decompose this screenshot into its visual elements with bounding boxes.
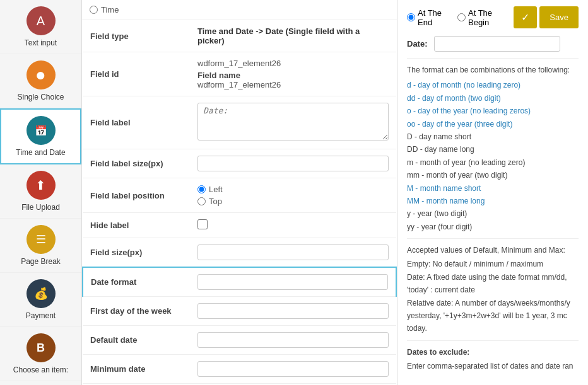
format-y: y - year (two digit): [407, 207, 579, 220]
field-type-label: Field type: [83, 20, 190, 52]
accepted-empty: Empty: No default / minimum / maximum: [407, 258, 579, 270]
text-input-icon: A: [26, 6, 56, 35]
time-radio-label[interactable]: Time: [90, 5, 389, 14]
date-format-input[interactable]: d/m/y: [197, 274, 388, 290]
accepted-example: yesterday, '+1y+3m+2w+3d' will be 1 year…: [407, 309, 579, 322]
position-radio-group: Left Top: [197, 185, 389, 206]
at-the-end-radio[interactable]: [407, 13, 415, 21]
top-buttons: At The End At The Begin ✓ Save: [407, 6, 579, 28]
field-name-label: Field name: [197, 71, 389, 80]
file-upload-icon: ⬆: [26, 171, 56, 200]
sidebar: A Text input ● Single Choice 📅 Time and …: [0, 0, 82, 385]
field-label-size-label: Field label size(px): [83, 149, 190, 178]
position-left-radio[interactable]: [197, 185, 206, 193]
hide-label-label: Hide label: [83, 213, 190, 238]
sidebar-item-label: File Upload: [21, 203, 60, 212]
format-d: d - day of month (no leading zero): [407, 79, 579, 91]
default-date-row: Default date: [83, 326, 396, 355]
sidebar-item-time-and-date[interactable]: 📅 Time and Date: [0, 108, 81, 164]
form-panel: Time Field type Time and Date -> Date (S…: [82, 0, 397, 385]
time-radio-text: Time: [101, 5, 119, 14]
field-id-value: wdform_17_element26: [197, 59, 389, 68]
accepted-relative: Relative date: A number of days/weeks/mo…: [407, 297, 579, 309]
hide-label-checkbox[interactable]: [197, 219, 208, 229]
format-yy: yy - year (four digit): [407, 221, 579, 233]
position-top-label[interactable]: Top: [197, 197, 389, 206]
sidebar-item-single-choice[interactable]: ● Single Choice: [0, 54, 81, 108]
at-the-begin-label: At The Begin: [468, 8, 511, 27]
sidebar-item-page-break[interactable]: ☰ Page Break: [0, 219, 81, 273]
sidebar-item-file-upload[interactable]: ⬆ File Upload: [0, 164, 81, 219]
format-o: o - day of the year (no leading zeros): [407, 105, 579, 117]
field-id-label: Field id: [83, 52, 190, 96]
date-format-label: Date format: [83, 267, 190, 297]
sidebar-item-choose[interactable]: B Choose an item:: [0, 327, 81, 381]
first-day-row: First day of the week Sunday: [83, 297, 396, 326]
info-section: The format can be combinations of the fo…: [407, 64, 579, 373]
form-top: Time: [82, 0, 397, 20]
right-panel: At The End At The Begin ✓ Save Date: The…: [397, 0, 588, 385]
format-D: D - day name short: [407, 130, 579, 143]
field-size-label: Field size(px): [83, 238, 190, 268]
divider2: [407, 238, 579, 239]
format-oo: oo - day of the year (three digit): [407, 118, 579, 130]
dates-exclude-desc: Enter comma-separated list of dates and …: [407, 360, 579, 372]
field-size-row: Field size(px) 300: [83, 238, 396, 268]
checkmark-button[interactable]: ✓: [514, 6, 537, 28]
sidebar-item-label: Time and Date: [16, 148, 65, 157]
date-format-row: Date format d/m/y: [83, 267, 396, 297]
field-type-row: Field type Time and Date -> Date (Single…: [83, 20, 396, 52]
first-day-label: First day of the week: [83, 297, 190, 326]
sidebar-item-payment[interactable]: 💰 Payment: [0, 273, 81, 327]
sidebar-item-label: Page Break: [21, 257, 61, 266]
choose-icon: B: [26, 333, 56, 362]
format-dd: dd - day of month (two digit): [407, 92, 579, 105]
date-field-input[interactable]: [434, 36, 560, 52]
field-type-value: Time and Date -> Date (Single fileld wit…: [190, 20, 396, 52]
form-fields-table: Field type Time and Date -> Date (Single…: [82, 20, 397, 385]
field-label-label: Field label: [83, 96, 190, 149]
time-radio[interactable]: [90, 6, 98, 14]
divider: [407, 58, 579, 59]
default-date-input[interactable]: [197, 332, 389, 348]
sidebar-item-label: Text input: [25, 38, 57, 47]
sidebar-item-text-input[interactable]: A Text input: [0, 0, 81, 54]
sidebar-item-label: Single Choice: [17, 93, 64, 101]
accepted-today: 'today' : current date: [407, 284, 579, 296]
at-the-end-label: At The End: [418, 8, 455, 27]
field-label-input[interactable]: [197, 103, 389, 141]
field-label-size-input[interactable]: 100: [197, 156, 389, 171]
field-label-row: Field label: [83, 96, 396, 149]
dates-exclude-label: Dates to exclude:: [407, 346, 579, 359]
minimum-date-input[interactable]: [197, 361, 389, 377]
field-label-position-row: Field label position Left Top: [83, 178, 396, 213]
accepted-label: Accepted values of Default, Minimum and …: [407, 244, 579, 256]
hide-label-row: Hide label: [83, 213, 396, 238]
date-row: Date:: [407, 36, 579, 52]
format-MM: MM - month name long: [407, 195, 579, 207]
date-field-label: Date:: [407, 39, 428, 49]
format-mm: mm - month of year (two digit): [407, 169, 579, 181]
minimum-date-row: Minimum date: [83, 355, 396, 384]
format-DD: DD - day name long: [407, 143, 579, 156]
at-the-end-radio-group: At The End: [407, 6, 455, 28]
field-name-value: wdform_17_element26: [197, 80, 389, 89]
field-label-position-label: Field label position: [83, 178, 190, 213]
position-top-text: Top: [209, 197, 222, 206]
sidebar-item-label: Choose an item:: [13, 365, 68, 374]
page-break-icon: ☰: [26, 225, 56, 254]
position-left-text: Left: [209, 185, 223, 194]
accepted-date: Date: A fixed date using the date format…: [407, 271, 579, 284]
save-button[interactable]: Save: [539, 6, 579, 28]
sidebar-item-label: Payment: [26, 311, 56, 320]
position-top-radio[interactable]: [197, 197, 206, 205]
position-left-label[interactable]: Left: [197, 185, 389, 194]
format-M: M - month name short: [407, 182, 579, 195]
single-choice-icon: ●: [26, 60, 56, 89]
time-and-date-icon: 📅: [26, 116, 56, 145]
at-the-begin-radio[interactable]: [457, 13, 466, 21]
format-m: m - month of year (no leading zero): [407, 156, 579, 169]
first-day-input[interactable]: Sunday: [197, 303, 389, 319]
minimum-date-label: Minimum date: [83, 355, 190, 384]
field-size-input[interactable]: 300: [197, 244, 389, 260]
